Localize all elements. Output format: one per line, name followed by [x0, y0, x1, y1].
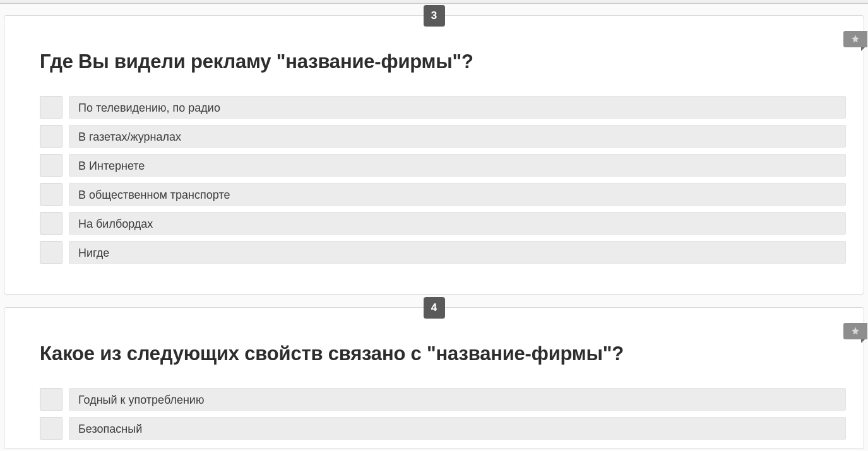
- option-row: Нигде: [40, 241, 846, 264]
- option-checkbox[interactable]: [40, 212, 62, 235]
- option-row: В общественном транспорте: [40, 183, 846, 206]
- star-button[interactable]: [843, 323, 867, 339]
- option-row: Безопасный: [40, 417, 846, 440]
- survey-page: 3 Где Вы видели рекламу "название-фирмы"…: [0, 15, 868, 449]
- question-number-badge: 3: [424, 5, 445, 26]
- question-number-badge: 4: [424, 297, 445, 319]
- option-row: По телевидению, по радио: [40, 96, 846, 119]
- question-card: 4 Какое из следующих свойств связано с "…: [4, 307, 864, 449]
- option-label[interactable]: Годный к употреблению: [69, 388, 846, 411]
- star-icon: [850, 34, 860, 44]
- option-checkbox[interactable]: [40, 417, 62, 440]
- question-title: Какое из следующих свойств связано с "на…: [40, 342, 846, 365]
- option-label[interactable]: В газетах/журналах: [69, 125, 846, 148]
- option-row: В газетах/журналах: [40, 125, 846, 148]
- option-checkbox[interactable]: [40, 183, 62, 206]
- option-label[interactable]: Безопасный: [69, 417, 846, 440]
- option-checkbox[interactable]: [40, 241, 62, 264]
- option-checkbox[interactable]: [40, 125, 62, 148]
- option-label[interactable]: На билбордах: [69, 212, 846, 235]
- option-checkbox[interactable]: [40, 154, 62, 177]
- question-card: 3 Где Вы видели рекламу "название-фирмы"…: [4, 15, 864, 295]
- option-row: В Интернете: [40, 154, 846, 177]
- option-label[interactable]: В Интернете: [69, 154, 846, 177]
- option-row: На билбордах: [40, 212, 846, 235]
- option-label[interactable]: Нигде: [69, 241, 846, 264]
- option-checkbox[interactable]: [40, 388, 62, 411]
- option-checkbox[interactable]: [40, 96, 62, 119]
- page-top-divider: [0, 0, 868, 4]
- star-icon: [850, 326, 860, 336]
- option-label[interactable]: В общественном транспорте: [69, 183, 846, 206]
- star-button[interactable]: [843, 31, 867, 47]
- option-label[interactable]: По телевидению, по радио: [69, 96, 846, 119]
- question-title: Где Вы видели рекламу "название-фирмы"?: [40, 50, 846, 73]
- option-row: Годный к употреблению: [40, 388, 846, 411]
